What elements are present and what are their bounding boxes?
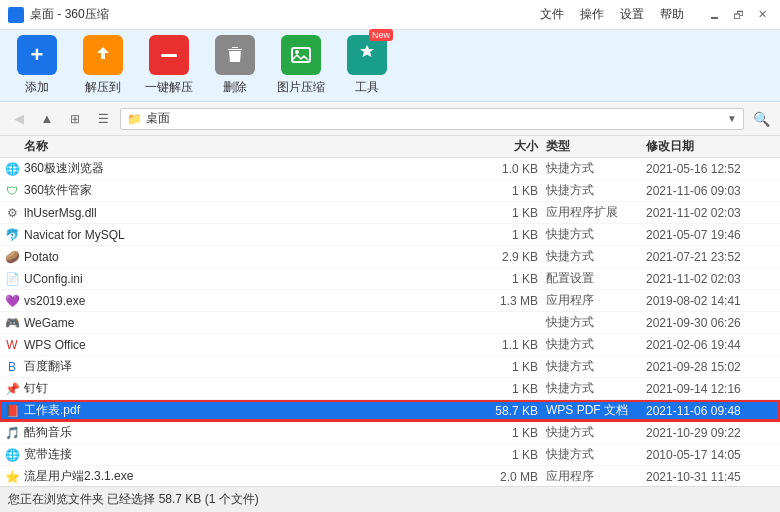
view-large-icon[interactable]: ⊞ <box>64 108 86 130</box>
file-size: 1 KB <box>466 448 546 462</box>
file-size: 2.9 KB <box>466 250 546 264</box>
svg-point-2 <box>295 50 299 54</box>
file-type: 应用程序 <box>546 468 646 485</box>
file-type: 应用程序扩展 <box>546 204 646 221</box>
table-row[interactable]: 🎵酷狗音乐1 KB快捷方式2021-10-29 09:22 <box>0 422 780 444</box>
add-icon: + <box>17 35 57 75</box>
search-button[interactable]: 🔍 <box>750 108 772 130</box>
file-name: Navicat for MySQL <box>24 228 466 242</box>
file-icon: 🌐 <box>4 447 20 463</box>
file-icon: 🎮 <box>4 315 20 331</box>
file-icon: B <box>4 359 20 375</box>
toolbar-oneclick[interactable]: 一键解压 <box>144 35 194 96</box>
file-name: 360软件管家 <box>24 182 466 199</box>
file-type: 快捷方式 <box>546 226 646 243</box>
address-field[interactable]: 📁 桌面 ▼ <box>120 108 744 130</box>
back-button[interactable]: ◀ <box>8 108 30 130</box>
menu-settings[interactable]: 设置 <box>620 6 644 23</box>
delete-icon <box>215 35 255 75</box>
tools-icon: New <box>347 35 387 75</box>
table-row[interactable]: 🛡360软件管家1 KB快捷方式2021-11-06 09:03 <box>0 180 780 202</box>
toolbar-delete[interactable]: 删除 <box>210 35 260 96</box>
file-icon: ⭐ <box>4 469 20 485</box>
close-button[interactable]: ✕ <box>752 5 772 25</box>
table-row[interactable]: ⚙lhUserMsg.dll1 KB应用程序扩展2021-11-02 02:03 <box>0 202 780 224</box>
file-name: 百度翻译 <box>24 358 466 375</box>
table-row[interactable]: 🐬Navicat for MySQL1 KB快捷方式2021-05-07 19:… <box>0 224 780 246</box>
extract-icon <box>83 35 123 75</box>
toolbar-tools[interactable]: New 工具 <box>342 35 392 96</box>
title-bar-left: 桌面 - 360压缩 <box>8 6 109 23</box>
table-row[interactable]: 💜vs2019.exe1.3 MB应用程序2019-08-02 14:41 <box>0 290 780 312</box>
file-date: 2021-11-06 09:03 <box>646 184 776 198</box>
file-date: 2010-05-17 14:05 <box>646 448 776 462</box>
file-size: 1 KB <box>466 426 546 440</box>
table-row[interactable]: 🎮WeGame快捷方式2021-09-30 06:26 <box>0 312 780 334</box>
title-controls: 🗕 🗗 ✕ <box>704 5 772 25</box>
menu-file[interactable]: 文件 <box>540 6 564 23</box>
imgcompress-label: 图片压缩 <box>277 79 325 96</box>
imgcompress-icon <box>281 35 321 75</box>
file-icon: 💜 <box>4 293 20 309</box>
table-row[interactable]: 📄UConfig.ini1 KB配置设置2021-11-02 02:03 <box>0 268 780 290</box>
file-icon: W <box>4 337 20 353</box>
address-bar: ◀ ▲ ⊞ ☰ 📁 桌面 ▼ 🔍 <box>0 102 780 136</box>
address-dropdown-icon[interactable]: ▼ <box>727 113 737 124</box>
folder-icon: 📁 <box>127 112 142 126</box>
add-label: 添加 <box>25 79 49 96</box>
toolbar-extract[interactable]: 解压到 <box>78 35 128 96</box>
file-type: 配置设置 <box>546 270 646 287</box>
table-row[interactable]: 🥔Potato2.9 KB快捷方式2021-07-21 23:52 <box>0 246 780 268</box>
file-date: 2021-05-07 19:46 <box>646 228 776 242</box>
table-row[interactable]: 📕工作表.pdf58.7 KBWPS PDF 文档2021-11-06 09:4… <box>0 400 780 422</box>
header-name: 名称 <box>4 138 466 155</box>
view-list-icon[interactable]: ☰ <box>92 108 114 130</box>
file-date: 2021-10-31 11:45 <box>646 470 776 484</box>
file-date: 2021-09-14 12:16 <box>646 382 776 396</box>
tools-label: 工具 <box>355 79 379 96</box>
table-row[interactable]: 🌐宽带连接1 KB快捷方式2010-05-17 14:05 <box>0 444 780 466</box>
file-list-container[interactable]: 名称 大小 类型 修改日期 🌐360极速浏览器1.0 KB快捷方式2021-05… <box>0 136 780 486</box>
file-date: 2021-07-21 23:52 <box>646 250 776 264</box>
minimize-button[interactable]: 🗕 <box>704 5 724 25</box>
file-date: 2021-05-16 12:52 <box>646 162 776 176</box>
menu-help[interactable]: 帮助 <box>660 6 684 23</box>
up-button[interactable]: ▲ <box>36 108 58 130</box>
table-row[interactable]: WWPS Office1.1 KB快捷方式2021-02-06 19:44 <box>0 334 780 356</box>
file-name: lhUserMsg.dll <box>24 206 466 220</box>
file-icon: 📌 <box>4 381 20 397</box>
toolbar: + 添加 解压到 一键解压 删除 图片压缩 New 工具 <box>0 30 780 102</box>
file-size: 1 KB <box>466 206 546 220</box>
menu-operate[interactable]: 操作 <box>580 6 604 23</box>
file-list-header: 名称 大小 类型 修改日期 <box>0 136 780 158</box>
file-icon: 📄 <box>4 271 20 287</box>
file-name: UConfig.ini <box>24 272 466 286</box>
file-type: 快捷方式 <box>546 248 646 265</box>
file-icon: ⚙ <box>4 205 20 221</box>
address-text: 桌面 <box>146 110 723 127</box>
table-row[interactable]: B百度翻译1 KB快捷方式2021-09-28 15:02 <box>0 356 780 378</box>
file-icon: 🎵 <box>4 425 20 441</box>
file-icon: 📕 <box>4 403 20 419</box>
table-row[interactable]: 🌐360极速浏览器1.0 KB快捷方式2021-05-16 12:52 <box>0 158 780 180</box>
toolbar-imgcompress[interactable]: 图片压缩 <box>276 35 326 96</box>
extract-label: 解压到 <box>85 79 121 96</box>
table-row[interactable]: ⭐流星用户端2.3.1.exe2.0 MB应用程序2021-10-31 11:4… <box>0 466 780 486</box>
toolbar-add[interactable]: + 添加 <box>12 35 62 96</box>
table-row[interactable]: 📌钉钉1 KB快捷方式2021-09-14 12:16 <box>0 378 780 400</box>
header-type: 类型 <box>546 138 646 155</box>
file-date: 2021-11-06 09:48 <box>646 404 776 418</box>
title-text: 桌面 - 360压缩 <box>30 6 109 23</box>
status-text: 您正在浏览文件夹 已经选择 58.7 KB (1 个文件) <box>8 491 259 508</box>
file-date: 2021-11-02 02:03 <box>646 206 776 220</box>
file-name: Potato <box>24 250 466 264</box>
file-type: 快捷方式 <box>546 446 646 463</box>
new-badge: New <box>369 29 393 41</box>
file-size: 1.1 KB <box>466 338 546 352</box>
file-name: 酷狗音乐 <box>24 424 466 441</box>
file-date: 2021-02-06 19:44 <box>646 338 776 352</box>
file-icon: 🌐 <box>4 161 20 177</box>
file-date: 2021-09-28 15:02 <box>646 360 776 374</box>
restore-button[interactable]: 🗗 <box>728 5 748 25</box>
file-name: WPS Office <box>24 338 466 352</box>
